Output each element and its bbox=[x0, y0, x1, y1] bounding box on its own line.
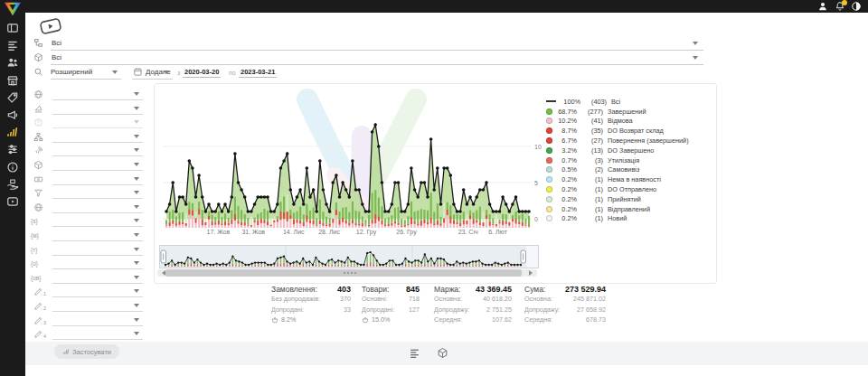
legend-percent: 0.5% bbox=[552, 165, 577, 174]
filter-select-14[interactable] bbox=[52, 282, 143, 284]
legend-item[interactable]: 3.2%(13)DO Завершено bbox=[546, 146, 714, 155]
legend-item[interactable]: 0.2%(1)Прийнятий bbox=[546, 194, 714, 204]
legend-item[interactable]: 10.2%(41)Відмова bbox=[546, 117, 714, 127]
nav-sliders-icon[interactable] bbox=[6, 143, 19, 155]
filter-select-caret-icon[interactable] bbox=[134, 219, 139, 225]
bell-icon[interactable] bbox=[835, 1, 845, 12]
search-icon[interactable] bbox=[33, 67, 43, 77]
category-filter-caret-icon[interactable] bbox=[693, 42, 698, 48]
legend-item[interactable]: 8.7%(35)DO Возврат склад bbox=[546, 126, 714, 136]
filter-select-13[interactable] bbox=[52, 268, 143, 269]
brush-handle-left[interactable] bbox=[161, 250, 166, 263]
product-filter-underline[interactable] bbox=[51, 63, 703, 65]
product-filter-caret-icon[interactable] bbox=[693, 56, 698, 62]
legend-item[interactable]: 6.7%(27)Повернення (завершений) bbox=[546, 136, 714, 146]
filter-select-6[interactable] bbox=[52, 169, 143, 171]
legend-item[interactable]: 0.7%(3)Утилізація bbox=[546, 155, 714, 165]
filter-select-caret-icon[interactable] bbox=[134, 205, 139, 212]
filter-select-caret-icon[interactable] bbox=[134, 318, 139, 324]
apply-button[interactable]: Застосувати bbox=[54, 344, 119, 359]
legend-item[interactable]: 0.5%(2)Самовивіз bbox=[546, 165, 714, 175]
nav-users-icon[interactable] bbox=[6, 56, 19, 69]
date-from-input[interactable]: 2020-03-20 bbox=[183, 68, 221, 78]
filter-select-9[interactable] bbox=[52, 212, 143, 213]
chart-scrollbar[interactable] bbox=[157, 269, 537, 277]
filter-select-2[interactable] bbox=[52, 113, 143, 115]
date-to-input[interactable]: 2023-03-21 bbox=[239, 68, 277, 78]
nav-video-icon[interactable] bbox=[6, 195, 19, 208]
filter-select-16[interactable] bbox=[52, 310, 143, 312]
brand-logo-icon[interactable] bbox=[3, 1, 23, 17]
category-filter-value[interactable]: Всі bbox=[52, 39, 61, 47]
search-mode-value[interactable]: Розширений bbox=[51, 68, 92, 76]
filter-select-caret-icon[interactable] bbox=[134, 107, 139, 113]
legend-item[interactable]: 68.7%(277)Завершений bbox=[546, 107, 714, 117]
nav-megaphone-icon[interactable] bbox=[6, 108, 19, 121]
nav-info-icon[interactable] bbox=[6, 161, 19, 174]
filter-select-caret-icon[interactable] bbox=[134, 163, 139, 169]
product-filter-value[interactable]: Всі bbox=[52, 53, 61, 61]
filter-select-caret-icon[interactable] bbox=[134, 304, 139, 310]
filter-select-caret-icon[interactable] bbox=[134, 120, 139, 127]
stat-label: Замовлення: bbox=[271, 285, 317, 294]
theme-toggle-icon[interactable] bbox=[851, 1, 862, 12]
filter-select-caret-icon[interactable] bbox=[134, 289, 139, 296]
nav-rows-icon[interactable] bbox=[6, 39, 19, 52]
package-view-icon[interactable] bbox=[437, 347, 448, 359]
nav-store-icon[interactable] bbox=[6, 74, 19, 87]
scrollbar-thumb[interactable] bbox=[165, 269, 522, 277]
legend-item[interactable]: 0.2%(1)DO Отправлено bbox=[546, 184, 714, 194]
legend-label: DO Отправлено bbox=[608, 185, 656, 193]
filter-select-5[interactable] bbox=[52, 155, 143, 156]
filter-select-caret-icon[interactable] bbox=[134, 191, 139, 197]
brush-handle-right[interactable] bbox=[521, 250, 526, 263]
category-filter-underline[interactable] bbox=[51, 49, 703, 51]
filter-select-1[interactable] bbox=[52, 99, 143, 100]
scroll-right-icon[interactable] bbox=[529, 270, 535, 276]
legend-item[interactable]: 0.2%(1)Відправлений bbox=[546, 204, 714, 214]
legend-percent: 3.2% bbox=[552, 146, 577, 155]
marketplace-source-icon[interactable] bbox=[39, 17, 63, 36]
filter-select-11[interactable] bbox=[52, 240, 143, 241]
filter-select-18[interactable] bbox=[52, 338, 143, 340]
legend-item[interactable]: 0.2%(1)Нема в наявності bbox=[546, 174, 714, 184]
calendar-icon bbox=[133, 67, 143, 77]
legend-count: (35) bbox=[577, 127, 603, 135]
filter-select-caret-icon[interactable] bbox=[134, 261, 139, 268]
user-icon[interactable] bbox=[817, 1, 828, 12]
nav-chart-icon[interactable] bbox=[6, 126, 19, 138]
date-field-underline[interactable] bbox=[132, 78, 173, 80]
nav-tag-icon[interactable] bbox=[6, 91, 19, 104]
filter-select-caret-icon[interactable] bbox=[134, 148, 139, 155]
chart-range-brush[interactable] bbox=[159, 245, 539, 268]
nav-handbox-icon[interactable] bbox=[6, 178, 19, 191]
filter-select-10[interactable] bbox=[52, 225, 143, 227]
filter-select-caret-icon[interactable] bbox=[134, 248, 139, 254]
search-mode-underline[interactable] bbox=[51, 78, 121, 80]
filter-select-4[interactable] bbox=[52, 141, 143, 143]
date-field-caret-icon[interactable] bbox=[164, 70, 169, 77]
orders-timeline-chart[interactable]: 051017. Жов31. Жов14. Лис28. Лис12. Гру2… bbox=[161, 93, 550, 242]
legend-item[interactable]: 0.2%(1)Новий bbox=[546, 214, 714, 224]
stat-sub-value: 2 751.25 bbox=[486, 305, 512, 315]
filter-select-7[interactable] bbox=[52, 183, 143, 185]
filter-select-17[interactable] bbox=[52, 324, 143, 326]
scroll-left-icon[interactable] bbox=[159, 270, 165, 276]
legend-swatch-icon bbox=[546, 108, 552, 115]
filter-select-caret-icon[interactable] bbox=[134, 276, 139, 282]
nav-dashboard-icon[interactable] bbox=[6, 22, 19, 34]
filter-select-12[interactable] bbox=[52, 254, 143, 256]
search-mode-caret-icon[interactable] bbox=[112, 70, 118, 77]
filter-select-3[interactable] bbox=[52, 127, 143, 128]
legend-swatch-icon bbox=[546, 118, 552, 124]
filter-select-caret-icon[interactable] bbox=[134, 332, 139, 338]
legend-item[interactable]: 100%(403)Всі bbox=[546, 97, 714, 107]
list-view-icon[interactable] bbox=[409, 347, 420, 359]
filter-select-caret-icon[interactable] bbox=[134, 177, 139, 183]
filter-select-caret-icon[interactable] bbox=[134, 135, 139, 141]
filter-select-caret-icon[interactable] bbox=[134, 92, 139, 99]
stat-label: Сума: bbox=[524, 285, 545, 294]
filter-select-8[interactable] bbox=[52, 197, 143, 199]
filter-select-15[interactable] bbox=[52, 296, 143, 297]
filter-select-caret-icon[interactable] bbox=[134, 233, 139, 240]
